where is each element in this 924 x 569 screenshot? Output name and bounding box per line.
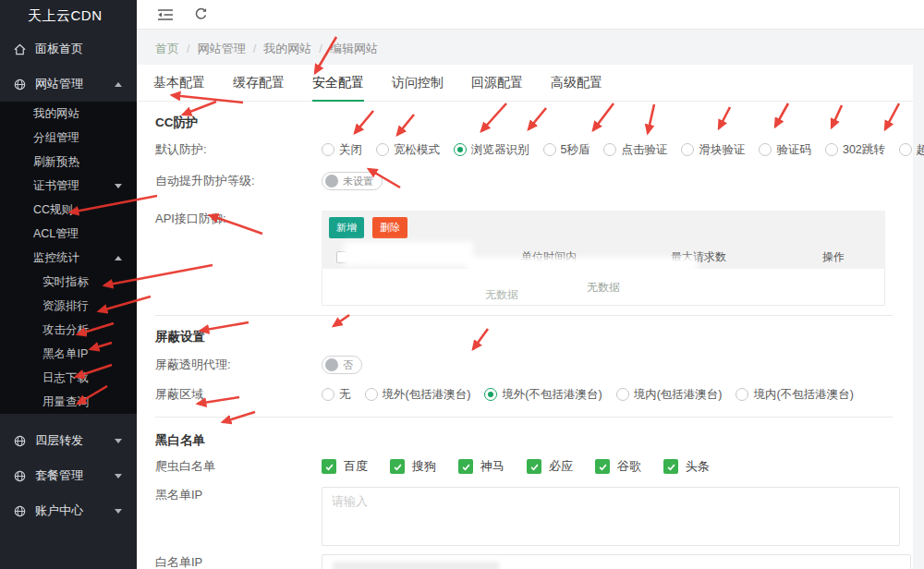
tab-5[interactable]: 高级配置 xyxy=(551,65,602,102)
home-icon xyxy=(13,42,27,56)
breadcrumb-item: 编辑网站 xyxy=(330,42,378,55)
sidebar-item[interactable]: 套餐管理 xyxy=(0,458,137,493)
radio-option[interactable]: 滑块验证 xyxy=(681,142,745,158)
checkbox-option[interactable]: 搜狗 xyxy=(390,458,436,475)
sidebar-item[interactable]: 实时指标 xyxy=(0,270,137,294)
collapse-sidebar-icon[interactable] xyxy=(157,8,174,21)
checkbox-checked-icon xyxy=(322,459,336,474)
sidebar-item[interactable]: 账户中心 xyxy=(0,493,137,528)
checkbox-option[interactable]: 必应 xyxy=(527,458,573,475)
sidebar-item[interactable]: 日志下载 xyxy=(0,366,137,390)
tab-4[interactable]: 回源配置 xyxy=(471,65,523,102)
checkbox-checked-icon xyxy=(527,459,541,474)
sidebar-item[interactable]: CC规则 xyxy=(0,198,137,222)
radio-option[interactable]: 境外(不包括港澳台) xyxy=(484,387,602,403)
tab-active[interactable]: 安全配置 xyxy=(312,65,364,102)
checkbox-option[interactable]: 头条 xyxy=(663,458,710,475)
sidebar-item[interactable]: 证书管理 xyxy=(0,174,137,198)
table-header-cell: 单位时间内 xyxy=(521,249,671,265)
proxy-block-toggle[interactable]: 否 xyxy=(322,356,362,374)
radio-option[interactable]: 点击验证 xyxy=(603,142,667,158)
chevron-down-icon xyxy=(115,184,122,188)
radio-circle-icon xyxy=(376,143,389,156)
radio-option[interactable]: 境内(不包括港澳台) xyxy=(736,387,853,403)
sidebar-item[interactable]: 面板首页 xyxy=(0,31,137,67)
add-button[interactable]: 新增 xyxy=(329,217,364,238)
checkbox-option[interactable]: 谷歌 xyxy=(595,458,641,475)
radio-label: 超强模式 xyxy=(917,142,924,158)
checkbox-option[interactable]: 百度 xyxy=(322,458,368,475)
sidebar-item-label: 分组管理 xyxy=(33,130,79,146)
app-logo: 天上云CDN xyxy=(0,0,137,31)
auto-level-toggle[interactable]: 未设置 xyxy=(322,172,383,190)
sidebar-item[interactable]: 刷新预热 xyxy=(0,150,137,174)
api-defense-panel: 新增 删除 路径单位时间内最大请求数操作 无数据 无数据 xyxy=(322,211,885,306)
sidebar-item[interactable]: 监控统计 xyxy=(0,246,137,270)
radio-option[interactable]: 无 xyxy=(322,387,351,403)
sidebar-item[interactable]: 我的网站 xyxy=(0,102,137,126)
radio-circle-icon xyxy=(603,143,616,156)
table-header-cell: 操作 xyxy=(822,249,881,265)
refresh-icon[interactable] xyxy=(194,7,208,21)
sidebar-item[interactable]: 分组管理 xyxy=(0,126,137,150)
chevron-up-icon xyxy=(115,82,122,87)
sidebar-item-label: 四层转发 xyxy=(35,432,83,449)
toggle-state-label: 否 xyxy=(343,358,353,372)
sidebar-item-label: 监控统计 xyxy=(33,250,79,266)
sidebar-item[interactable]: 攻击分析 xyxy=(0,318,137,342)
radio-circle-icon xyxy=(681,143,694,156)
checkbox-unchecked-icon[interactable] xyxy=(336,251,348,263)
radio-label: 境内(不包括港澳台) xyxy=(753,387,853,403)
sidebar-item[interactable]: 四层转发 xyxy=(0,423,137,458)
checkbox-option[interactable]: 神马 xyxy=(458,458,505,475)
radio-option[interactable]: 关闭 xyxy=(322,142,362,158)
tab-0[interactable]: 基本配置 xyxy=(153,65,205,102)
sidebar-item[interactable]: 网站管理 xyxy=(0,67,137,102)
radio-label: 点击验证 xyxy=(621,142,667,158)
table-header-cell: 路径 xyxy=(362,249,521,265)
spider-checkbox-group: 百度搜狗神马必应谷歌头条 xyxy=(322,458,710,475)
blacklist-ip-input[interactable] xyxy=(322,487,900,546)
blacklist-ip-label: 黑名单IP xyxy=(155,487,322,503)
block-area-radio-group: 无境外(包括港澳台)境外(不包括港澳台)境内(包括港澳台)境内(不包括港澳台) xyxy=(322,387,854,403)
table-header-row: 路径单位时间内最大请求数操作 xyxy=(322,245,885,269)
delete-button[interactable]: 删除 xyxy=(372,217,407,238)
toggle-state-label: 未设置 xyxy=(343,175,373,188)
breadcrumb-item[interactable]: 我的网站 xyxy=(263,42,311,55)
radio-label: 滑块验证 xyxy=(699,142,745,158)
breadcrumb-item[interactable]: 网站管理 xyxy=(198,42,246,55)
tab-3[interactable]: 访问控制 xyxy=(392,65,444,102)
radio-option[interactable]: 5秒盾 xyxy=(543,142,590,158)
table-header-cell: 最大请求数 xyxy=(671,249,822,265)
whitelist-ip-row: 白名单IP xyxy=(155,554,900,569)
proxy-block-label: 屏蔽透明代理: xyxy=(155,357,322,373)
table-header-checkbox-cell xyxy=(322,251,362,263)
radio-option[interactable]: 宽松模式 xyxy=(376,142,440,158)
breadcrumb-separator: / xyxy=(319,42,322,55)
sidebar-item-label: 日志下载 xyxy=(43,370,89,386)
radio-label: 5秒盾 xyxy=(561,142,590,158)
globe-icon xyxy=(13,434,27,448)
radio-option[interactable]: 验证码 xyxy=(759,142,811,158)
content-card: 基本配置缓存配置安全配置访问控制回源配置高级配置 CC防护 默认防护: 关闭宽松… xyxy=(137,65,913,569)
api-defense-label: API接口防御: xyxy=(155,211,322,227)
auto-level-label: 自动提升防护等级: xyxy=(155,173,322,189)
whitelist-ip-label: 白名单IP xyxy=(155,554,322,569)
radio-option[interactable]: 境内(包括港澳台) xyxy=(616,387,723,403)
sidebar-item-label: ACL管理 xyxy=(33,226,79,242)
sidebar-item[interactable]: ACL管理 xyxy=(0,222,137,246)
sidebar-item[interactable]: 资源排行 xyxy=(0,294,137,318)
radio-option[interactable]: 超强模式 xyxy=(899,142,924,158)
radio-option[interactable]: 浏览器识别 xyxy=(454,142,529,158)
globe-icon xyxy=(13,469,27,483)
checkbox-label: 搜狗 xyxy=(412,458,436,475)
checkbox-checked-icon xyxy=(458,459,473,474)
tab-1[interactable]: 缓存配置 xyxy=(233,65,285,102)
radio-option[interactable]: 境外(包括港澳台) xyxy=(365,387,471,403)
radio-option[interactable]: 302跳转 xyxy=(825,142,885,158)
sidebar-item[interactable]: 用量查询 xyxy=(0,390,137,414)
toggle-knob xyxy=(325,358,338,371)
sidebar-item[interactable]: 黑名单IP xyxy=(0,342,137,366)
chevron-down-icon xyxy=(115,509,122,514)
breadcrumb-item[interactable]: 首页 xyxy=(155,42,179,55)
